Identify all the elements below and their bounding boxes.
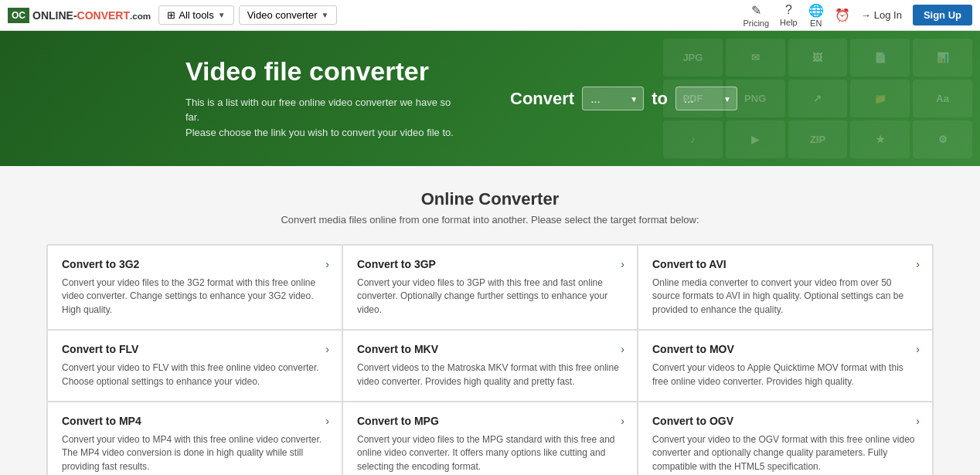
converter-card[interactable]: Convert to MP4 › Convert your video to M… <box>47 402 342 475</box>
card-arrow-icon: › <box>325 343 329 355</box>
site-header: OC ONLINE‑CONVERT.com ⊞ All tools ▼ Vide… <box>0 0 980 31</box>
hero-section: JPG ✉ 🖼 📄 📊 PDF PNG ↗ 📁 Aa ♪ ▶ ZIP ★ ⚙ V… <box>0 31 980 166</box>
card-description: Convert your video files to the 3G2 form… <box>62 277 329 317</box>
card-arrow-icon: › <box>916 415 920 427</box>
jpg-icon: JPG <box>663 39 723 76</box>
converter-card[interactable]: Convert to MOV › Convert your videos to … <box>638 330 933 402</box>
converter-card[interactable]: Convert to AVI › Online media converter … <box>638 245 933 330</box>
card-description: Online media converter to convert your v… <box>652 277 920 317</box>
chart-icon: 📊 <box>913 39 972 76</box>
hero-text: Video file converter This is a list with… <box>185 57 464 141</box>
header-right: ✎ Pricing ? Help 🌐 EN ⏰ → Log In Sign Up <box>743 3 972 28</box>
card-header: Convert to 3GP › <box>357 258 624 270</box>
card-title: Convert to OGV <box>652 415 733 427</box>
convert-label: Convert <box>510 89 574 109</box>
video-icon: ▶ <box>726 120 785 158</box>
converter-card[interactable]: Convert to FLV › Convert your video to F… <box>47 330 342 402</box>
logo-icon: OC <box>8 8 29 23</box>
card-arrow-icon: › <box>621 415 624 427</box>
card-description: Convert your video to the OGV format wit… <box>652 433 920 473</box>
image-icon: 🖼 <box>788 39 848 76</box>
card-arrow-icon: › <box>325 415 329 427</box>
login-icon: → <box>861 9 871 21</box>
language-button[interactable]: 🌐 EN <box>808 3 824 28</box>
card-header: Convert to OGV › <box>652 415 920 427</box>
envelope-icon: ✉ <box>726 39 785 76</box>
to-label: to <box>652 89 668 109</box>
card-title: Convert to 3GP <box>357 258 436 270</box>
video-converter-arrow-icon: ▼ <box>322 11 329 19</box>
signup-button[interactable]: Sign Up <box>913 5 972 25</box>
section-subtitle: Convert media files online from one form… <box>46 214 934 226</box>
card-arrow-icon: › <box>916 258 920 270</box>
card-header: Convert to AVI › <box>652 258 920 270</box>
from-format-wrapper[interactable]: ... <box>582 87 644 110</box>
card-header: Convert to MOV › <box>652 343 920 355</box>
card-description: Convert your videos to Apple Quicktime M… <box>652 361 920 388</box>
pricing-icon: ✎ <box>751 3 761 18</box>
card-title: Convert to MPG <box>357 415 439 427</box>
card-header: Convert to MP4 › <box>62 415 329 427</box>
section-title: Online Converter <box>46 189 934 209</box>
logo-text: ONLINE‑CONVERT.com <box>32 9 151 22</box>
main-content: Online Converter Convert media files onl… <box>0 166 980 475</box>
arrow-icon: ↗ <box>788 80 848 117</box>
all-tools-button[interactable]: ⊞ All tools ▼ <box>158 5 233 25</box>
gear-icon: ⚙ <box>913 120 972 158</box>
converter-card[interactable]: Convert to MPG › Convert your video file… <box>342 402 638 475</box>
login-button[interactable]: → Log In <box>861 9 902 21</box>
card-title: Convert to AVI <box>652 258 726 270</box>
zip-icon: ZIP <box>788 120 848 158</box>
converter-card[interactable]: Convert to 3G2 › Convert your video file… <box>47 245 342 330</box>
hero-description: This is a list with our free online vide… <box>185 95 464 141</box>
from-format-select[interactable]: ... <box>582 87 644 110</box>
card-title: Convert to MP4 <box>62 415 141 427</box>
card-header: Convert to FLV › <box>62 343 329 355</box>
card-header: Convert to 3G2 › <box>62 258 329 270</box>
card-description: Convert videos to the Matroska MKV forma… <box>357 361 624 388</box>
all-tools-arrow-icon: ▼ <box>218 11 226 19</box>
to-format-wrapper[interactable]: ... <box>675 87 737 110</box>
card-description: Convert your video to FLV with this free… <box>62 361 329 388</box>
converter-card[interactable]: Convert to 3GP › Convert your video file… <box>342 245 638 330</box>
card-header: Convert to MKV › <box>357 343 624 355</box>
logo[interactable]: OC ONLINE‑CONVERT.com <box>8 8 151 23</box>
card-title: Convert to MKV <box>357 343 438 355</box>
card-header: Convert to MPG › <box>357 415 624 427</box>
converter-grid: Convert to 3G2 › Convert your video file… <box>46 244 934 475</box>
alarm-icon: ⏰ <box>835 8 850 22</box>
card-description: Convert your video files to 3GP with thi… <box>357 277 624 317</box>
converter-card[interactable]: Convert to OGV › Convert your video to t… <box>638 402 933 475</box>
hero-convert-area: Convert ... to ... <box>510 87 737 110</box>
video-converter-button[interactable]: Video converter ▼ <box>239 5 338 25</box>
alarm-link[interactable]: ⏰ <box>835 8 850 23</box>
folder-icon: 📁 <box>850 80 910 117</box>
converter-card[interactable]: Convert to MKV › Convert videos to the M… <box>342 330 638 402</box>
card-description: Convert your video to MP4 with this free… <box>62 433 329 473</box>
star-icon: ★ <box>850 120 910 158</box>
card-title: Convert to FLV <box>62 343 138 355</box>
hero-title: Video file converter <box>185 57 464 86</box>
card-title: Convert to 3G2 <box>62 258 139 270</box>
doc-icon: 📄 <box>850 39 910 76</box>
card-arrow-icon: › <box>916 343 920 355</box>
help-icon: ? <box>785 3 792 17</box>
card-arrow-icon: › <box>325 258 329 270</box>
to-format-select[interactable]: ... <box>675 87 737 110</box>
card-arrow-icon: › <box>621 258 624 270</box>
pricing-link[interactable]: ✎ Pricing <box>743 3 769 28</box>
music-icon: ♪ <box>663 120 723 158</box>
text-icon: Aa <box>913 80 972 117</box>
globe-icon: 🌐 <box>808 3 824 18</box>
help-link[interactable]: ? Help <box>780 3 798 27</box>
card-arrow-icon: › <box>621 343 624 355</box>
card-description: Convert your video files to the MPG stan… <box>357 433 624 473</box>
card-title: Convert to MOV <box>652 343 734 355</box>
